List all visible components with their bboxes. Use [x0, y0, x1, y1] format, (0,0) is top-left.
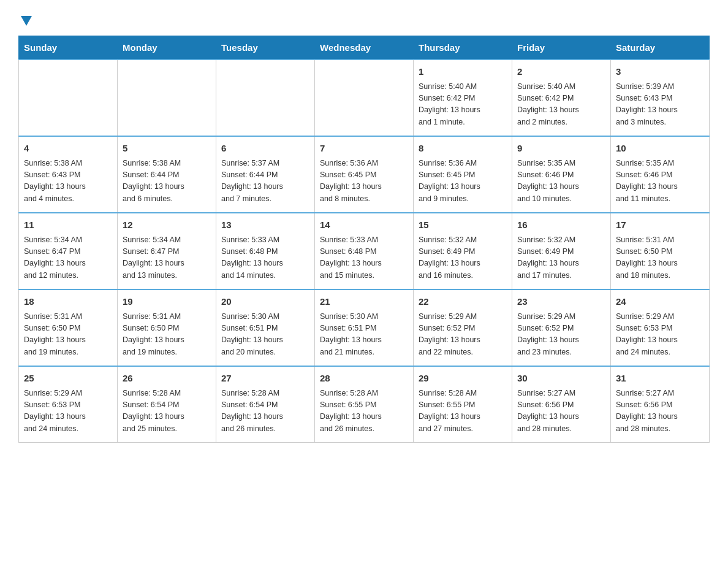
day-number: 9	[517, 142, 605, 156]
weekday-header-sunday: Sunday	[19, 36, 118, 60]
calendar-table: SundayMondayTuesdayWednesdayThursdayFrid…	[18, 36, 710, 443]
day-number: 8	[419, 142, 507, 156]
day-number: 11	[24, 218, 112, 232]
day-number: 23	[517, 295, 605, 309]
logo	[18, 12, 33, 23]
calendar-day-cell: 7Sunrise: 5:36 AMSunset: 6:45 PMDaylight…	[315, 136, 414, 213]
day-info: Sunrise: 5:37 AMSunset: 6:44 PMDaylight:…	[221, 158, 309, 205]
day-number: 28	[320, 372, 408, 386]
calendar-day-cell	[118, 59, 216, 136]
day-info: Sunrise: 5:32 AMSunset: 6:49 PMDaylight:…	[517, 234, 605, 282]
day-number: 3	[616, 65, 704, 79]
day-info: Sunrise: 5:35 AMSunset: 6:46 PMDaylight:…	[517, 158, 605, 205]
day-number: 26	[123, 372, 211, 386]
day-number: 21	[320, 295, 408, 309]
calendar-day-cell: 20Sunrise: 5:30 AMSunset: 6:51 PMDayligh…	[216, 289, 315, 366]
calendar-day-cell: 4Sunrise: 5:38 AMSunset: 6:43 PMDaylight…	[19, 136, 118, 213]
calendar-week-row: 11Sunrise: 5:34 AMSunset: 6:47 PMDayligh…	[19, 213, 710, 289]
calendar-day-cell: 15Sunrise: 5:32 AMSunset: 6:49 PMDayligh…	[414, 213, 512, 289]
day-info: Sunrise: 5:34 AMSunset: 6:47 PMDaylight:…	[123, 234, 211, 282]
day-number: 16	[517, 218, 605, 232]
calendar-day-cell: 9Sunrise: 5:35 AMSunset: 6:46 PMDaylight…	[512, 136, 611, 213]
day-info: Sunrise: 5:40 AMSunset: 6:42 PMDaylight:…	[419, 81, 507, 129]
page-header	[18, 12, 710, 23]
weekday-header-tuesday: Tuesday	[216, 36, 315, 60]
calendar-day-cell: 28Sunrise: 5:28 AMSunset: 6:55 PMDayligh…	[315, 366, 414, 443]
calendar-day-cell: 22Sunrise: 5:29 AMSunset: 6:52 PMDayligh…	[414, 289, 512, 366]
day-info: Sunrise: 5:29 AMSunset: 6:52 PMDaylight:…	[419, 311, 507, 359]
calendar-day-cell: 16Sunrise: 5:32 AMSunset: 6:49 PMDayligh…	[512, 213, 611, 289]
day-number: 19	[123, 295, 211, 309]
calendar-day-cell: 27Sunrise: 5:28 AMSunset: 6:54 PMDayligh…	[216, 366, 315, 443]
day-info: Sunrise: 5:35 AMSunset: 6:46 PMDaylight:…	[616, 158, 704, 205]
calendar-week-row: 1Sunrise: 5:40 AMSunset: 6:42 PMDaylight…	[19, 59, 710, 136]
day-number: 18	[24, 295, 112, 309]
day-info: Sunrise: 5:38 AMSunset: 6:43 PMDaylight:…	[24, 158, 112, 205]
day-info: Sunrise: 5:36 AMSunset: 6:45 PMDaylight:…	[320, 158, 408, 205]
day-number: 17	[616, 218, 704, 232]
calendar-day-cell: 31Sunrise: 5:27 AMSunset: 6:56 PMDayligh…	[611, 366, 710, 443]
day-number: 2	[517, 65, 605, 79]
weekday-header-friday: Friday	[512, 36, 611, 60]
day-number: 5	[123, 142, 211, 156]
day-info: Sunrise: 5:28 AMSunset: 6:54 PMDaylight:…	[221, 388, 309, 435]
calendar-day-cell: 8Sunrise: 5:36 AMSunset: 6:45 PMDaylight…	[414, 136, 512, 213]
calendar-day-cell: 26Sunrise: 5:28 AMSunset: 6:54 PMDayligh…	[118, 366, 216, 443]
day-info: Sunrise: 5:32 AMSunset: 6:49 PMDaylight:…	[419, 234, 507, 282]
calendar-day-cell: 24Sunrise: 5:29 AMSunset: 6:53 PMDayligh…	[611, 289, 710, 366]
day-number: 13	[221, 218, 309, 232]
day-info: Sunrise: 5:33 AMSunset: 6:48 PMDaylight:…	[221, 234, 309, 282]
day-number: 27	[221, 372, 309, 386]
weekday-header-monday: Monday	[118, 36, 216, 60]
weekday-header-row: SundayMondayTuesdayWednesdayThursdayFrid…	[19, 36, 710, 60]
calendar-day-cell: 1Sunrise: 5:40 AMSunset: 6:42 PMDaylight…	[414, 59, 512, 136]
day-number: 14	[320, 218, 408, 232]
calendar-day-cell: 23Sunrise: 5:29 AMSunset: 6:52 PMDayligh…	[512, 289, 611, 366]
day-number: 12	[123, 218, 211, 232]
calendar-day-cell	[19, 59, 118, 136]
day-number: 24	[616, 295, 704, 309]
day-info: Sunrise: 5:31 AMSunset: 6:50 PMDaylight:…	[123, 311, 211, 359]
calendar-day-cell: 13Sunrise: 5:33 AMSunset: 6:48 PMDayligh…	[216, 213, 315, 289]
day-number: 29	[419, 372, 507, 386]
calendar-day-cell: 18Sunrise: 5:31 AMSunset: 6:50 PMDayligh…	[19, 289, 118, 366]
weekday-header-saturday: Saturday	[611, 36, 710, 60]
day-number: 25	[24, 372, 112, 386]
calendar-day-cell	[315, 59, 414, 136]
day-info: Sunrise: 5:28 AMSunset: 6:55 PMDaylight:…	[320, 388, 408, 435]
day-number: 30	[517, 372, 605, 386]
svg-marker-0	[21, 16, 32, 26]
day-info: Sunrise: 5:38 AMSunset: 6:44 PMDaylight:…	[123, 158, 211, 205]
weekday-header-wednesday: Wednesday	[315, 36, 414, 60]
calendar-day-cell	[216, 59, 315, 136]
calendar-week-row: 4Sunrise: 5:38 AMSunset: 6:43 PMDaylight…	[19, 136, 710, 213]
day-info: Sunrise: 5:27 AMSunset: 6:56 PMDaylight:…	[616, 388, 704, 435]
calendar-day-cell: 10Sunrise: 5:35 AMSunset: 6:46 PMDayligh…	[611, 136, 710, 213]
calendar-day-cell: 30Sunrise: 5:27 AMSunset: 6:56 PMDayligh…	[512, 366, 611, 443]
day-info: Sunrise: 5:29 AMSunset: 6:52 PMDaylight:…	[517, 311, 605, 359]
calendar-day-cell: 12Sunrise: 5:34 AMSunset: 6:47 PMDayligh…	[118, 213, 216, 289]
calendar-day-cell: 6Sunrise: 5:37 AMSunset: 6:44 PMDaylight…	[216, 136, 315, 213]
logo-triangle-icon	[20, 13, 33, 27]
day-info: Sunrise: 5:29 AMSunset: 6:53 PMDaylight:…	[24, 388, 112, 435]
calendar-day-cell: 2Sunrise: 5:40 AMSunset: 6:42 PMDaylight…	[512, 59, 611, 136]
calendar-day-cell: 14Sunrise: 5:33 AMSunset: 6:48 PMDayligh…	[315, 213, 414, 289]
calendar-day-cell: 29Sunrise: 5:28 AMSunset: 6:55 PMDayligh…	[414, 366, 512, 443]
calendar-day-cell: 17Sunrise: 5:31 AMSunset: 6:50 PMDayligh…	[611, 213, 710, 289]
day-info: Sunrise: 5:30 AMSunset: 6:51 PMDaylight:…	[221, 311, 309, 359]
day-info: Sunrise: 5:30 AMSunset: 6:51 PMDaylight:…	[320, 311, 408, 359]
calendar-day-cell: 21Sunrise: 5:30 AMSunset: 6:51 PMDayligh…	[315, 289, 414, 366]
day-number: 15	[419, 218, 507, 232]
day-number: 1	[419, 65, 507, 79]
day-info: Sunrise: 5:29 AMSunset: 6:53 PMDaylight:…	[616, 311, 704, 359]
day-info: Sunrise: 5:39 AMSunset: 6:43 PMDaylight:…	[616, 81, 704, 129]
day-number: 22	[419, 295, 507, 309]
calendar-day-cell: 3Sunrise: 5:39 AMSunset: 6:43 PMDaylight…	[611, 59, 710, 136]
weekday-header-thursday: Thursday	[414, 36, 512, 60]
calendar-day-cell: 19Sunrise: 5:31 AMSunset: 6:50 PMDayligh…	[118, 289, 216, 366]
day-info: Sunrise: 5:28 AMSunset: 6:54 PMDaylight:…	[123, 388, 211, 435]
calendar-day-cell: 25Sunrise: 5:29 AMSunset: 6:53 PMDayligh…	[19, 366, 118, 443]
calendar-week-row: 18Sunrise: 5:31 AMSunset: 6:50 PMDayligh…	[19, 289, 710, 366]
day-info: Sunrise: 5:33 AMSunset: 6:48 PMDaylight:…	[320, 234, 408, 282]
day-info: Sunrise: 5:40 AMSunset: 6:42 PMDaylight:…	[517, 81, 605, 129]
